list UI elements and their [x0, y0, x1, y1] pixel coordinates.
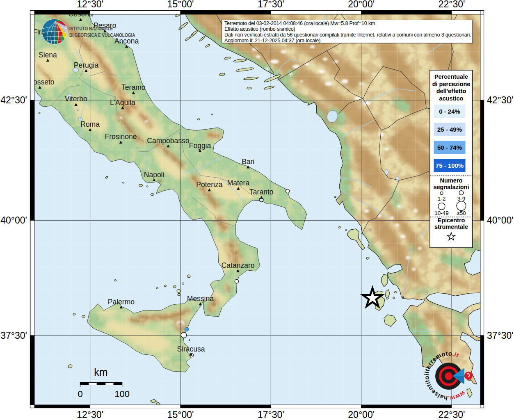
- svg-text:42°30': 42°30': [0, 95, 27, 105]
- svg-text:17°30': 17°30': [258, 0, 284, 9]
- svg-text:50 - 74%: 50 - 74%: [437, 144, 462, 151]
- svg-text:12°30': 12°30': [77, 409, 103, 420]
- svg-text:acustico: acustico: [439, 95, 464, 102]
- svg-text:Terremoto del 03-02-2014 04:08: Terremoto del 03-02-2014 04:08:46 (ora l…: [224, 21, 375, 26]
- svg-text:3-9: 3-9: [457, 196, 466, 202]
- svg-text:Ancona: Ancona: [114, 37, 139, 45]
- svg-text:Napoli: Napoli: [144, 171, 164, 179]
- svg-text:40°00': 40°00': [0, 215, 27, 226]
- svg-text:di percezione: di percezione: [432, 81, 471, 87]
- svg-text:0: 0: [78, 389, 82, 399]
- svg-text:Siena: Siena: [39, 51, 57, 59]
- svg-text:segnalazioni: segnalazioni: [433, 184, 469, 190]
- svg-text:25 - 49%: 25 - 49%: [437, 126, 462, 133]
- svg-text:≥50: ≥50: [457, 210, 466, 216]
- svg-text:15°00': 15°00': [167, 409, 194, 420]
- svg-text:Numero: Numero: [440, 177, 463, 184]
- svg-text:km: km: [94, 366, 107, 378]
- svg-text:DI GEOFISICA E VULCANOLOGIA: DI GEOFISICA E VULCANOLOGIA: [69, 32, 135, 38]
- svg-text:Viterbo: Viterbo: [65, 95, 87, 103]
- svg-text:Potenza: Potenza: [196, 180, 222, 189]
- svg-text:dell'effetto: dell'effetto: [436, 88, 466, 94]
- svg-text:Bari: Bari: [242, 158, 254, 166]
- svg-text:42°30': 42°30': [487, 95, 514, 105]
- svg-text:75 - 100%: 75 - 100%: [436, 162, 464, 169]
- svg-text:Foggia: Foggia: [189, 142, 211, 150]
- svg-text:Teramo: Teramo: [121, 83, 145, 91]
- svg-text:Palermo: Palermo: [108, 298, 135, 306]
- svg-text:17°30': 17°30': [258, 409, 284, 420]
- svg-text:Catanzaro: Catanzaro: [222, 261, 255, 269]
- svg-text:22°30': 22°30': [439, 0, 465, 9]
- svg-text:Taranto: Taranto: [249, 188, 273, 196]
- svg-text:Frosinone: Frosinone: [105, 132, 137, 141]
- svg-text:L'Aquila: L'Aquila: [110, 98, 135, 107]
- svg-text:100: 100: [114, 389, 130, 399]
- svg-text:22°30': 22°30': [439, 409, 465, 420]
- svg-text:Matera: Matera: [227, 179, 250, 187]
- svg-text:Siracusa: Siracusa: [177, 345, 205, 353]
- svg-text:Aggiornato il: 21-12-2025 04:3: Aggiornato il: 21-12-2025 04:37 (ora loc…: [224, 38, 320, 43]
- svg-text:strumentale: strumentale: [434, 224, 468, 230]
- svg-text:15°00': 15°00': [167, 0, 194, 9]
- svg-text:Perugia: Perugia: [74, 61, 99, 69]
- svg-text:Campobasso: Campobasso: [147, 137, 189, 145]
- svg-text:40°00': 40°00': [487, 215, 514, 226]
- svg-text:Epicentro: Epicentro: [438, 217, 465, 224]
- svg-text:37°30': 37°30': [0, 330, 27, 341]
- svg-text:20°00': 20°00': [348, 0, 375, 9]
- svg-text:20°00': 20°00': [348, 409, 375, 420]
- svg-text:Dati non verificati estratti d: Dati non verificati estratti da 56 quest…: [224, 32, 471, 38]
- svg-text:37°30': 37°30': [487, 330, 514, 341]
- svg-text:Messina: Messina: [187, 294, 214, 303]
- svg-text:ISTITUTO NAZIONALE: ISTITUTO NAZIONALE: [69, 26, 113, 31]
- svg-text:0 - 24%: 0 - 24%: [439, 108, 460, 115]
- svg-text:Percentuale: Percentuale: [434, 73, 468, 80]
- svg-text:Roma: Roma: [80, 120, 100, 128]
- svg-text:10-49: 10-49: [434, 210, 449, 216]
- svg-text:12°30': 12°30': [77, 0, 103, 9]
- svg-text:1-2: 1-2: [438, 196, 446, 202]
- svg-text:Effetto acustico (rombo sismic: Effetto acustico (rombo sismico): [224, 26, 295, 32]
